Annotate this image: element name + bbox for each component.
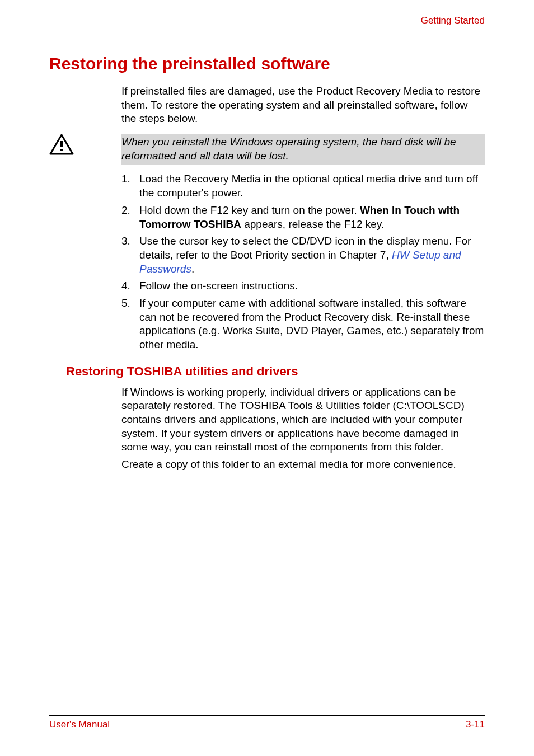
step-number: 1.	[121, 172, 139, 200]
step-text: Hold down the F12 key and turn on the po…	[139, 204, 485, 231]
ordered-steps: 1. Load the Recovery Media in the option…	[121, 172, 485, 351]
intro-paragraph: If preinstalled files are damaged, use t…	[121, 84, 485, 126]
subsection-paragraph-2: Create a copy of this folder to an exter…	[121, 458, 485, 472]
list-item: 1. Load the Recovery Media in the option…	[121, 172, 485, 200]
caution-text: When you reinstall the Windows operating…	[121, 134, 485, 165]
list-item: 5. If your computer came with additional…	[121, 297, 485, 352]
step-number: 5.	[121, 297, 139, 352]
footer-left: User's Manual	[49, 719, 110, 730]
page-header: Getting Started	[49, 15, 485, 29]
subsection-title: Restoring TOSHIBA utilities and drivers	[66, 364, 485, 379]
step-number: 2.	[121, 204, 139, 231]
caution-icon	[49, 134, 74, 156]
step-number: 3.	[121, 234, 139, 276]
caution-callout: When you reinstall the Windows operating…	[49, 134, 485, 165]
subsection-paragraph-1: If Windows is working properly, individu…	[121, 386, 485, 454]
list-item: 2. Hold down the F12 key and turn on the…	[121, 204, 485, 231]
list-item: 3. Use the cursor key to select the CD/D…	[121, 234, 485, 276]
section-title: Restoring the preinstalled software	[49, 54, 485, 73]
svg-rect-1	[60, 141, 63, 147]
step-text: Follow the on-screen instructions.	[139, 279, 485, 293]
footer-right: 3-11	[466, 719, 485, 730]
svg-rect-2	[60, 149, 63, 151]
list-item: 4. Follow the on-screen instructions.	[121, 279, 485, 293]
step-text: If your computer came with additional so…	[139, 297, 485, 352]
page-footer: User's Manual 3-11	[49, 715, 485, 730]
step-text: Load the Recovery Media in the optional …	[139, 172, 485, 200]
header-section-name: Getting Started	[421, 15, 485, 26]
step-text: Use the cursor key to select the CD/DVD …	[139, 234, 485, 276]
step-number: 4.	[121, 279, 139, 293]
